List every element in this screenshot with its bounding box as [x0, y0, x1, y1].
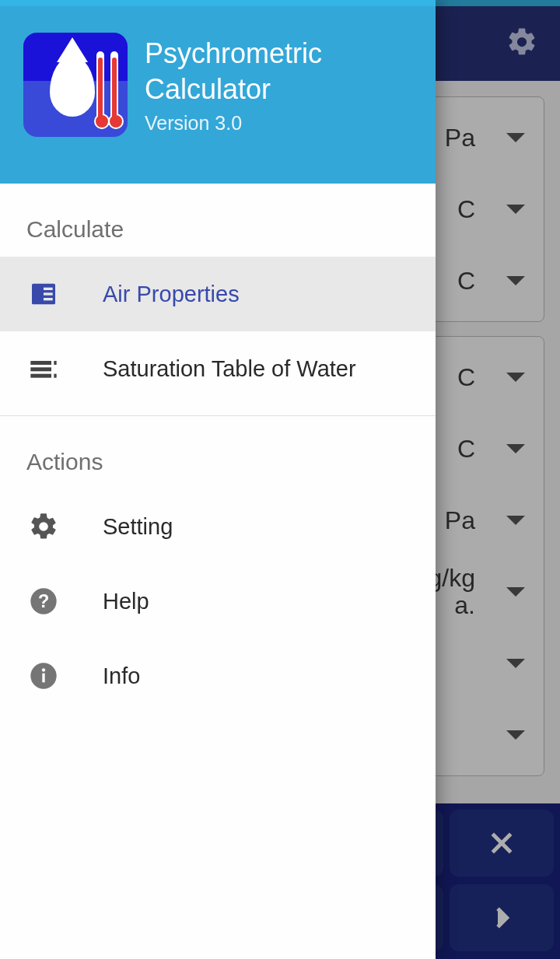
- nav-item-air-properties[interactable]: Air Properties: [0, 257, 436, 331]
- app-icon: [23, 33, 128, 137]
- nav-item-label: Setting: [103, 514, 173, 540]
- svg-rect-7: [30, 367, 51, 371]
- svg-point-15: [42, 668, 45, 671]
- svg-rect-14: [42, 674, 44, 683]
- app-title-line2: Calculator: [145, 72, 322, 107]
- svg-rect-4: [44, 292, 53, 295]
- nav-item-label: Saturation Table of Water: [103, 356, 356, 382]
- nav-item-help[interactable]: ? Help: [0, 564, 436, 639]
- svg-rect-10: [54, 374, 56, 378]
- nav-item-info[interactable]: Info: [0, 639, 436, 713]
- app-version: Version 3.0: [145, 112, 322, 135]
- status-bar: [0, 0, 436, 6]
- section-header-calculate: Calculate: [0, 184, 436, 257]
- svg-rect-8: [30, 374, 51, 378]
- svg-rect-9: [54, 361, 56, 365]
- nav-item-saturation-table[interactable]: Saturation Table of Water: [0, 331, 436, 406]
- info-icon: [26, 660, 61, 691]
- list-icon: [26, 353, 61, 384]
- drawer-header: Psychrometric Calculator Version 3.0: [0, 6, 436, 184]
- help-icon: ?: [26, 586, 61, 617]
- nav-item-setting[interactable]: Setting: [0, 489, 436, 564]
- section-header-actions: Actions: [0, 416, 436, 489]
- svg-rect-6: [30, 361, 51, 365]
- svg-rect-5: [44, 298, 53, 300]
- navigation-drawer: Psychrometric Calculator Version 3.0 Cal…: [0, 0, 436, 959]
- drawer-title-block: Psychrometric Calculator Version 3.0: [145, 33, 322, 135]
- nav-item-label: Info: [103, 663, 140, 689]
- app-title-line1: Psychrometric: [145, 36, 322, 72]
- document-icon: [26, 278, 61, 310]
- nav-item-label: Air Properties: [103, 282, 240, 307]
- gear-icon: [26, 511, 61, 542]
- nav-item-label: Help: [103, 589, 149, 614]
- svg-rect-3: [44, 288, 53, 290]
- svg-text:?: ?: [38, 591, 49, 611]
